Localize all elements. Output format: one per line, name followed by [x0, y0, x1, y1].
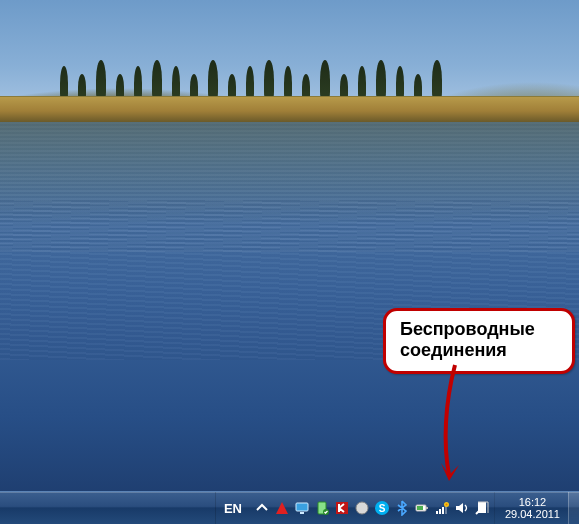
- desktop: Беспроводные соединения EN: [0, 0, 579, 524]
- bluetooth-tray-button[interactable]: [392, 492, 412, 524]
- annotation-callout: Беспроводные соединения: [383, 308, 575, 374]
- svg-rect-13: [442, 507, 444, 514]
- svg-text:S: S: [379, 503, 386, 514]
- taskbar: EN S: [0, 491, 579, 524]
- language-code: EN: [224, 501, 242, 516]
- show-hidden-icons-button[interactable]: [252, 492, 272, 524]
- annotation-callout-line2: соединения: [400, 340, 558, 361]
- taskbar-clock[interactable]: 16:12 29.04.2011: [494, 492, 568, 524]
- safely-remove-hardware-tray-button[interactable]: [312, 492, 332, 524]
- taskbar-running-area: [0, 492, 215, 524]
- language-indicator[interactable]: EN: [215, 492, 250, 524]
- kaspersky-tray-button[interactable]: [332, 492, 352, 524]
- desktop-wallpaper: [0, 0, 579, 492]
- bluetooth-icon: [394, 500, 410, 516]
- svg-rect-1: [300, 512, 304, 514]
- safely-remove-hardware-icon: [314, 500, 330, 516]
- svg-rect-4: [336, 502, 348, 514]
- display-settings-tray-button[interactable]: [292, 492, 312, 524]
- display-settings-icon: [294, 500, 310, 516]
- power-tray-button[interactable]: [412, 492, 432, 524]
- svg-rect-0: [296, 503, 308, 511]
- svg-point-5: [356, 502, 368, 514]
- svg-rect-9: [426, 507, 428, 509]
- annotation-callout-line1: Беспроводные: [400, 319, 558, 340]
- svg-rect-10: [417, 506, 423, 510]
- network-wireless-tray-button[interactable]: [432, 492, 452, 524]
- system-tray: S: [250, 492, 494, 524]
- volume-tray-button[interactable]: [452, 492, 472, 524]
- svg-rect-11: [436, 511, 438, 514]
- app-generic-tray-button[interactable]: [352, 492, 372, 524]
- action-center-tray-button[interactable]: [472, 492, 492, 524]
- skype-icon: S: [374, 500, 390, 516]
- volume-icon: [454, 500, 470, 516]
- app-utility-tray-button[interactable]: [272, 492, 292, 524]
- power-icon: [414, 500, 430, 516]
- clock-time: 16:12: [519, 496, 547, 508]
- network-wireless-icon: [434, 500, 450, 516]
- action-center-icon: [474, 500, 490, 516]
- show-hidden-icons-icon: [254, 500, 270, 516]
- show-desktop-button[interactable]: [568, 492, 579, 524]
- skype-tray-button[interactable]: S: [372, 492, 392, 524]
- clock-date: 29.04.2011: [505, 508, 560, 520]
- svg-point-16: [445, 504, 447, 506]
- svg-rect-12: [439, 509, 441, 514]
- app-utility-icon: [274, 500, 290, 516]
- app-generic-icon: [354, 500, 370, 516]
- kaspersky-icon: [334, 500, 350, 516]
